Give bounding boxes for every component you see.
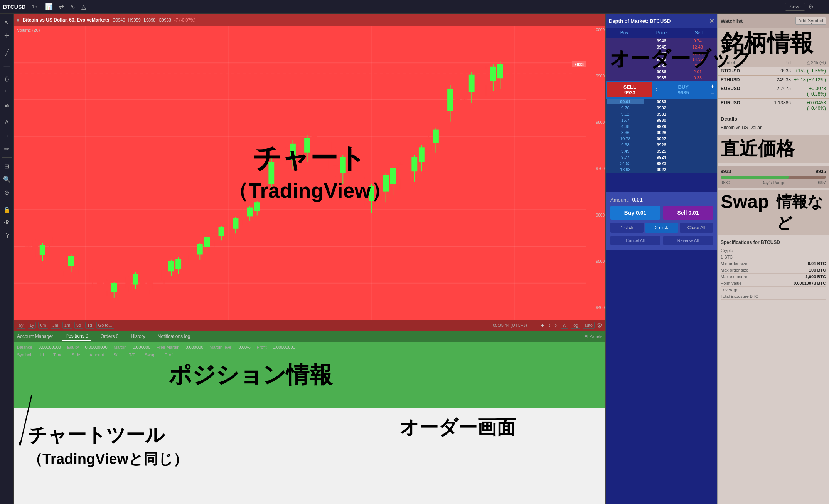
tab-orders[interactable]: Orders 0 xyxy=(98,332,122,341)
fib-icon[interactable]: ≋ xyxy=(2,100,12,111)
panels-btn[interactable]: Panels xyxy=(589,334,602,339)
symbol-detail: 9933 9935 9830 Day's Range 9997 xyxy=(718,166,829,188)
col-symbol: Symbol xyxy=(17,353,31,357)
timeframe-5y[interactable]: 5y xyxy=(17,322,25,329)
toolbar-symbol[interactable]: BTCUSD xyxy=(3,4,25,10)
top-toolbar: BTCUSD 1h 📊 ⇄ ∿ △ Save ⚙ ⛶ xyxy=(0,0,829,14)
brush-icon[interactable]: ✏ xyxy=(2,143,12,154)
spec-row: Max exposure 1,000 BTC xyxy=(721,274,826,280)
cancel-all-button[interactable]: Cancel All xyxy=(610,236,660,245)
free-margin-value: 0.000000 xyxy=(185,345,203,349)
zoom-icon[interactable]: 🔍 xyxy=(2,174,12,185)
nav-left[interactable]: ‹ xyxy=(547,322,552,328)
lock-icon[interactable]: 🔒 xyxy=(2,204,12,215)
timeframe-3m[interactable]: 3m xyxy=(51,322,60,329)
timeframe-5d[interactable]: 5d xyxy=(74,322,83,329)
timeframe-1m[interactable]: 1m xyxy=(62,322,72,329)
tab-notifications[interactable]: Notifications log xyxy=(155,332,194,341)
svg-rect-105 xyxy=(433,130,439,143)
crosshair-icon[interactable]: ✛ xyxy=(2,30,12,41)
profit-label: Profit xyxy=(257,345,267,349)
amount-value[interactable]: 0.01 xyxy=(632,197,642,203)
toolbar-icon-alert[interactable]: △ xyxy=(80,2,88,11)
watchlist-item-eosusd[interactable]: EOSUSD 2.7675 +0.0078 (+0.28%) xyxy=(718,84,829,99)
horizontal-line-icon[interactable]: — xyxy=(2,60,12,71)
add-symbol-button[interactable]: Add Symbol xyxy=(795,17,826,25)
svg-rect-95 xyxy=(390,168,396,184)
spec-row: Point value 0.00010073 BTC xyxy=(721,280,826,287)
dom-buy-price[interactable]: BUY9935 xyxy=(661,82,706,97)
percent-btn[interactable]: % xyxy=(561,322,568,329)
toolbar-timeframe[interactable]: 1h xyxy=(32,4,37,10)
col-profit: Profit xyxy=(165,353,175,357)
svg-rect-111 xyxy=(462,81,467,100)
chart-ohlc-h: H9959 xyxy=(128,18,140,22)
trendline-icon[interactable]: ╱ xyxy=(2,47,12,58)
dom-price-header: Price xyxy=(643,29,680,36)
magnet-icon[interactable]: ⊛ xyxy=(2,187,12,198)
dom-minus-button[interactable]: − xyxy=(709,90,716,97)
wl-ethusd-change: +5.18 (+2.12%) xyxy=(791,77,826,82)
chart-price-tag: 9933 xyxy=(572,61,586,67)
tab-positions[interactable]: Positions 0 xyxy=(62,332,91,341)
order-screen-label: オーダー画面 xyxy=(399,415,516,440)
timeframe-1y[interactable]: 1y xyxy=(28,322,36,329)
trash-icon[interactable]: 🗑 xyxy=(2,230,12,241)
chart-price-axis: 10000 9900 9800 9700 9600 9500 9400 xyxy=(586,26,605,311)
timeframe-6m[interactable]: 6m xyxy=(38,322,48,329)
dom-order-book: 9946 9.74 9945 12.43 9944 18.34 9943 14.… xyxy=(606,38,717,192)
chart-ohlc-l: L9898 xyxy=(144,18,156,22)
timeframe-1d[interactable]: 1d xyxy=(85,322,94,329)
watchlist-item-ethusd[interactable]: ETHUSD 249.33 +5.18 (+2.12%) xyxy=(718,76,829,84)
reverse-all-button[interactable]: Reverse All xyxy=(663,236,713,245)
order-buy-sell-buttons: Buy 0.01 Sell 0.01 xyxy=(610,206,713,220)
close-all-button[interactable]: Close All xyxy=(680,223,713,233)
log-btn[interactable]: log xyxy=(571,322,580,329)
svg-rect-41 xyxy=(140,276,145,285)
arrow-icon[interactable]: → xyxy=(2,130,12,141)
price-current-display: 9933 9935 xyxy=(721,169,826,174)
watchlist-item-btcusd[interactable]: BTCUSD 9933 +152 (+1.55%) xyxy=(718,67,829,76)
zoom-minus[interactable]: — xyxy=(529,322,538,328)
dom-plus-button[interactable]: + xyxy=(709,83,716,90)
dom-header: Depth of Market: BTCUSD ✕ xyxy=(606,14,717,28)
text-icon[interactable]: A xyxy=(2,117,12,128)
tab-history[interactable]: History xyxy=(128,332,148,341)
one-click-button[interactable]: 1 click xyxy=(610,223,644,233)
goto-button[interactable]: Go to... xyxy=(96,322,114,329)
two-click-button[interactable]: 2 click xyxy=(645,223,678,233)
watchlist-item-eurusd[interactable]: EURUSD 1.13886 +0.00453 (+0.40%) xyxy=(718,99,829,113)
save-button[interactable]: Save xyxy=(785,3,805,11)
fullscreen-icon[interactable]: ⛶ xyxy=(817,3,826,11)
eye-icon[interactable]: 👁 xyxy=(2,217,12,228)
position-columns: Symbol Id Time Side Amount S/L T/P Swap … xyxy=(17,353,602,357)
dom-row: 9946 9.74 xyxy=(606,38,717,44)
dom-close-button[interactable]: ✕ xyxy=(709,17,714,25)
nav-right[interactable]: › xyxy=(553,322,558,328)
price-label-9400: 9400 xyxy=(587,306,605,310)
svg-rect-63 xyxy=(240,210,246,220)
svg-rect-57 xyxy=(211,233,217,242)
left-sidebar: ↖ ✛ ╱ — ⟨⟩ ⑂ ≋ A → ✏ ⊞ 🔍 ⊛ 🔒 👁 🗑 xyxy=(0,14,14,504)
chart-area[interactable]: ■ Bitcoin vs US Dollar, 60, EvolveMarket… xyxy=(14,14,605,331)
settings-icon[interactable]: ⚙ xyxy=(808,3,814,10)
toolbar-icon-indicator[interactable]: ∿ xyxy=(69,2,77,11)
measure-icon[interactable]: ⊞ xyxy=(2,161,12,171)
pitchfork-icon[interactable]: ⑂ xyxy=(2,87,12,97)
auto-btn[interactable]: auto xyxy=(583,322,595,329)
chart-settings-icon[interactable]: ⚙ xyxy=(597,322,602,329)
dom-sell-price[interactable]: SELLSELL 99339933 xyxy=(607,82,652,97)
channel-icon[interactable]: ⟨⟩ xyxy=(2,74,12,84)
svg-rect-91 xyxy=(369,186,374,201)
balance-value: 0.00000000 xyxy=(39,345,61,349)
toolbar-icon-compare[interactable]: ⇄ xyxy=(57,2,66,11)
svg-rect-49 xyxy=(175,259,181,269)
cursor-icon[interactable]: ↖ xyxy=(2,17,12,28)
wl-bid-header: Bid xyxy=(756,60,791,65)
svg-rect-101 xyxy=(419,147,425,162)
sell-button[interactable]: Sell 0.01 xyxy=(663,206,713,220)
toolbar-icon-chart[interactable]: 📊 xyxy=(44,2,54,11)
col-amount: Amount xyxy=(89,353,104,357)
buy-button[interactable]: Buy 0.01 xyxy=(610,206,660,220)
zoom-plus[interactable]: + xyxy=(539,322,546,328)
